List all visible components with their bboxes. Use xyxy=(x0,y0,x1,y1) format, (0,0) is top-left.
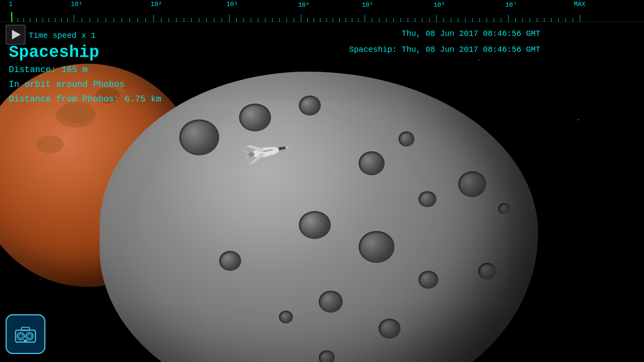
tick-minor xyxy=(243,18,244,22)
tick-minor xyxy=(379,18,379,22)
tick-minor xyxy=(161,18,161,22)
tick-minor xyxy=(558,18,559,22)
play-button[interactable] xyxy=(6,25,26,45)
main-datetime: Thu, 08 Jun 2017 08:46:56 GMT xyxy=(402,29,540,38)
tick-minor xyxy=(444,18,444,22)
ruler-label-10000: 10⁴ xyxy=(298,1,310,9)
tick-minor xyxy=(222,18,222,22)
ruler-label-max: MAX xyxy=(574,1,585,8)
camera-icon xyxy=(14,324,37,344)
tick-minor xyxy=(287,18,287,22)
spaceship-datetime: Spaceship: Thu, 08 Jun 2017 08:46:56 GMT xyxy=(349,45,540,54)
tick-minor xyxy=(206,18,207,22)
tick-minor xyxy=(479,18,480,22)
tick-max xyxy=(580,15,580,22)
tick-minor xyxy=(199,18,199,22)
tick-minor xyxy=(43,18,43,22)
ruler-label-1000: 10³ xyxy=(226,1,238,8)
tick-minor xyxy=(61,18,62,22)
tick-1000000 xyxy=(436,15,437,22)
tick-minor xyxy=(415,18,415,22)
tick-minor xyxy=(145,18,146,22)
tick-minor xyxy=(401,18,401,22)
tick-minor xyxy=(372,18,372,22)
tick-minor xyxy=(515,18,516,22)
tick-minor xyxy=(339,18,340,22)
tick-minor xyxy=(458,18,458,22)
spaceship-datetime-value: Thu, 08 Jun 2017 08:46:56 GMT xyxy=(402,45,540,54)
svg-point-9 xyxy=(19,334,23,338)
tick-1000 xyxy=(229,15,230,22)
spaceship-model xyxy=(239,131,291,171)
tick-minor xyxy=(169,18,169,22)
ruler-label-10000000: 10⁷ xyxy=(505,1,517,9)
tick-minor xyxy=(236,18,237,22)
svg-rect-12 xyxy=(22,327,29,331)
timeline-indicator xyxy=(11,12,12,22)
tick-minor xyxy=(55,18,55,22)
tick-minor xyxy=(346,18,346,22)
svg-point-10 xyxy=(26,333,33,340)
tick-minor xyxy=(36,18,37,22)
tick-minor xyxy=(251,18,251,22)
tick-minor xyxy=(265,18,265,22)
tick-minor xyxy=(537,18,537,22)
ruler-label-1000000: 10⁶ xyxy=(434,1,445,9)
tick-minor xyxy=(551,18,552,22)
tick-minor xyxy=(386,18,387,22)
ruler-label-100: 10² xyxy=(151,1,162,8)
camera-button[interactable] xyxy=(6,314,45,354)
phobos-distance-info: Distance from Phobos: 6.75 km xyxy=(9,94,161,104)
tick-minor xyxy=(191,18,192,22)
tick-10000 xyxy=(301,15,301,22)
tick-minor xyxy=(82,18,82,22)
tick-minor xyxy=(18,18,18,22)
tick-minor xyxy=(544,18,544,22)
tick-minor xyxy=(114,18,114,22)
tick-minor xyxy=(30,18,30,22)
ruler-label-1: 1 xyxy=(9,1,13,8)
tick-minor xyxy=(487,18,487,22)
object-name-label: Spaceship xyxy=(9,43,99,62)
spaceship-datetime-label: Spaceship: xyxy=(349,45,397,54)
timeline-ruler: 1 10¹ 10² 10³ 10⁴ 10⁵ 10⁶ 10⁷ MAX // Gen… xyxy=(0,0,644,22)
tick-minor xyxy=(49,18,49,22)
svg-point-11 xyxy=(27,334,31,338)
tick-minor xyxy=(333,18,333,22)
timeline-bar: 1 10¹ 10² 10³ 10⁴ 10⁵ 10⁶ 10⁷ MAX // Gen… xyxy=(0,0,644,22)
tick-minor xyxy=(429,18,430,22)
tick-minor xyxy=(294,18,294,22)
tick-minor xyxy=(522,18,523,22)
tick-minor xyxy=(326,18,327,22)
svg-rect-14 xyxy=(24,340,27,342)
tick-minor xyxy=(465,18,465,22)
tick-minor xyxy=(393,18,394,22)
tick-minor xyxy=(184,18,184,22)
tick-minor xyxy=(494,18,494,22)
tick-10 xyxy=(74,15,74,22)
tick-minor xyxy=(214,18,214,22)
tick-100 xyxy=(153,15,154,22)
ruler-label-10: 10¹ xyxy=(71,1,82,8)
tick-minor xyxy=(472,18,473,22)
tick-minor xyxy=(106,18,106,22)
tick-100000 xyxy=(365,15,365,22)
tick-minor xyxy=(573,18,573,22)
tick-minor xyxy=(314,18,314,22)
svg-point-8 xyxy=(17,333,24,340)
tick-minor xyxy=(67,18,68,22)
tick-minor xyxy=(258,18,258,22)
tick-minor xyxy=(565,18,566,22)
tick-minor xyxy=(422,18,422,22)
tick-minor xyxy=(279,18,280,22)
tick-minor xyxy=(352,18,352,22)
tick-minor xyxy=(24,18,24,22)
orbit-info: In orbit around Phobos xyxy=(9,80,124,90)
tick-10000000 xyxy=(508,15,509,22)
distance-info: Distance: 165 m xyxy=(9,65,88,75)
tick-minor xyxy=(130,18,130,22)
tick-minor xyxy=(408,18,408,22)
tick-minor xyxy=(90,18,90,22)
ruler-label-100000: 10⁵ xyxy=(362,1,373,9)
tick-minor xyxy=(176,18,177,22)
